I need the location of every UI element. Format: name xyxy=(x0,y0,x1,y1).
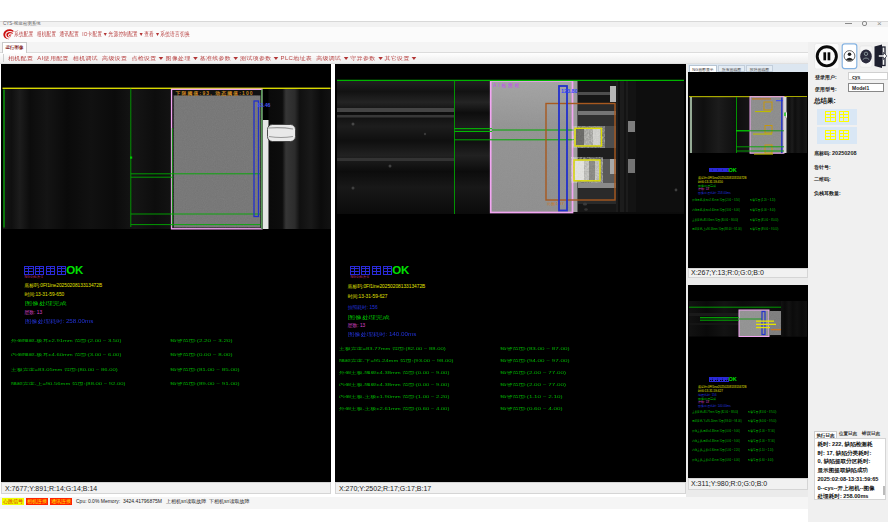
svg-text:83.46: 83.46 xyxy=(258,101,271,107)
svg-text:123.80: 123.80 xyxy=(561,87,578,93)
